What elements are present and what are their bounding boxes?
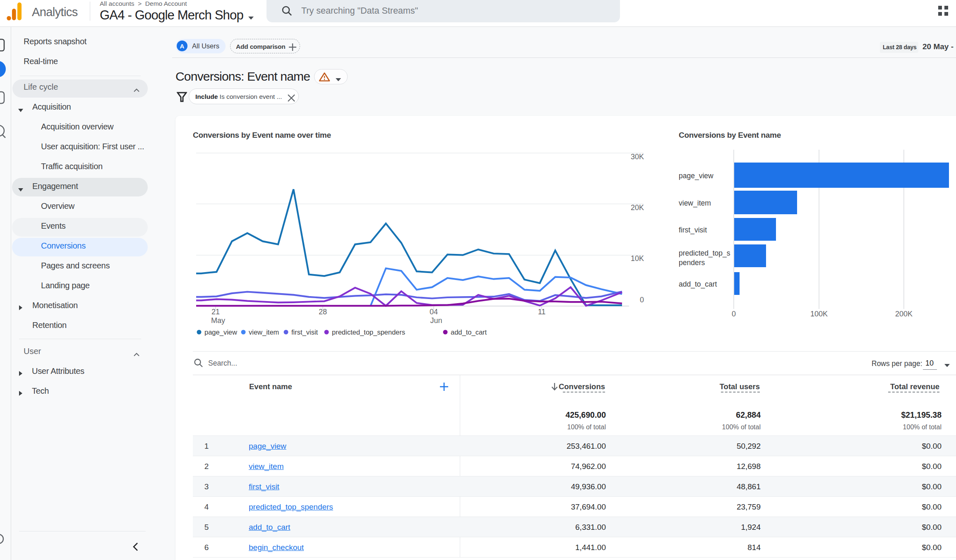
svg-text:page_view: page_view [679,172,713,180]
svg-text:04: 04 [430,308,438,316]
svg-text:add_to_cart: add_to_cart [451,328,487,336]
svg-text:first_visit: first_visit [679,226,707,235]
svg-text:view_item: view_item [249,328,279,336]
svg-text:100K: 100K [810,310,828,318]
svg-text:predicted_top_s: predicted_top_s [679,249,730,258]
svg-text:11: 11 [538,308,546,316]
svg-text:20K: 20K [631,203,644,212]
svg-text:add_to_cart: add_to_cart [679,280,717,289]
svg-text:predicted_top_spenders: predicted_top_spenders [332,328,405,336]
svg-text:view_item: view_item [679,199,711,208]
svg-text:Conversions by Event name: Conversions by Event name [679,131,781,139]
svg-text:Jun: Jun [430,316,442,325]
svg-text:21: 21 [211,308,220,316]
svg-text:first_visit: first_visit [291,328,318,336]
svg-text:May: May [211,316,225,325]
svg-text:200K: 200K [895,310,913,318]
svg-text:0: 0 [732,310,736,318]
svg-text:page_view: page_view [204,328,237,336]
svg-text:28: 28 [319,308,327,316]
svg-text:10K: 10K [631,254,644,263]
svg-text:30K: 30K [631,153,644,161]
svg-text:0: 0 [640,296,644,304]
svg-text:penders: penders [679,258,705,267]
svg-text:Conversions by Event name over: Conversions by Event name over time [193,131,331,139]
